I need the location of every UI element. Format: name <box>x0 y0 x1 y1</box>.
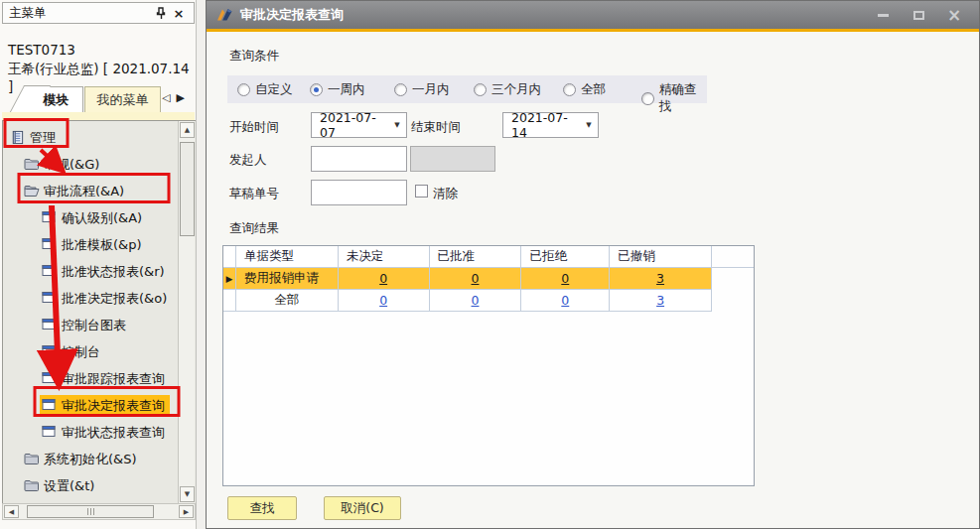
folder-icon <box>24 157 40 172</box>
clear-checkbox[interactable] <box>415 185 428 198</box>
pin-icon[interactable] <box>152 5 170 21</box>
folder-open-icon <box>24 184 40 198</box>
form-icon <box>42 318 58 332</box>
tab-my-menu[interactable]: 我的菜单 <box>84 86 161 112</box>
row-selector-header <box>223 246 236 268</box>
column-header-doc-type[interactable]: 单据类型 <box>236 246 339 268</box>
column-header-withdrawn[interactable]: 已撤销 <box>610 246 712 268</box>
main-menu-panel: 主菜单 × TEST0713 王希(行业总监) [ 2021.07.14 ] 模… <box>0 0 197 529</box>
scroll-right-icon[interactable]: ▶ <box>179 505 194 518</box>
draft-number-input[interactable] <box>311 180 407 205</box>
tree-item-approval-status-report-query[interactable]: 审批状态报表查询 <box>3 419 178 446</box>
radio-icon <box>474 83 487 96</box>
initiator-name-field <box>410 146 495 172</box>
doc-type-cell: 全部 <box>236 290 339 312</box>
radio-custom[interactable]: 自定义 <box>237 81 293 98</box>
column-header-approved[interactable]: 已批准 <box>430 246 522 268</box>
radio-all[interactable]: 全部 <box>563 81 606 98</box>
withdrawn-count-link[interactable]: 3 <box>656 293 664 308</box>
tree-item-console-chart[interactable]: 控制台图表 <box>3 312 178 338</box>
date-range-radio-group: 自定义 一周内 一月内 三个月内 全部 精确查找 <box>227 75 707 103</box>
vertical-scroll-thumb[interactable] <box>180 142 195 236</box>
tree-item-approval-decision-report-query[interactable]: 审批决定报表查询 <box>3 392 178 419</box>
close-button[interactable]: × <box>939 5 969 25</box>
tree-item-approval-status-report[interactable]: 批准状态报表(&r) <box>3 258 178 285</box>
tree-item-console[interactable]: 控制台 <box>3 338 178 365</box>
chevron-down-icon: ▼ <box>580 121 598 129</box>
panel-close-icon[interactable]: × <box>170 5 188 21</box>
tree-item-approval-process[interactable]: 审批流程(&A) <box>3 178 178 204</box>
column-header-rejected[interactable]: 已拒绝 <box>521 246 610 268</box>
tree-item-approval-template[interactable]: 批准模板(&p) <box>3 231 178 258</box>
row-marker-icon[interactable]: ▶ <box>223 268 236 290</box>
radio-three-months[interactable]: 三个月内 <box>474 81 541 98</box>
form-icon <box>42 237 58 252</box>
tree-item-system-initialization[interactable]: 系统初始化(&S) <box>3 446 178 472</box>
minimize-button[interactable] <box>868 5 898 25</box>
row-selector-cell[interactable] <box>223 290 236 312</box>
tree-item-approval-decision-report[interactable]: 批准决定报表(&o) <box>3 285 178 312</box>
grid-header-row: 单据类型 未决定 已批准 已拒绝 已撤销 <box>223 246 712 268</box>
chevron-down-icon: ▼ <box>388 121 406 129</box>
tree-item-approval-tracking-report-query[interactable]: 审批跟踪报表查询 <box>3 365 178 392</box>
radio-one-month[interactable]: 一月内 <box>394 81 450 98</box>
tree-item-general[interactable]: 常规(&G) <box>3 151 178 178</box>
user-code: TEST0713 <box>8 42 75 58</box>
tree-horizontal-scrollbar[interactable]: ◀ ▶ <box>2 503 196 520</box>
tab-strip <box>2 112 195 120</box>
module-tree: 管理 常规(&G) 审批流程(&A) 确认级别(&A) 批准模板(&p) 批准状… <box>2 120 196 503</box>
tab-modules[interactable]: 模块 <box>30 86 83 112</box>
table-row[interactable]: 全部 0 0 0 3 <box>223 290 712 312</box>
maximize-button[interactable] <box>904 5 933 25</box>
tree-item-settings[interactable]: 设置(&t) <box>3 472 178 499</box>
ledger-icon <box>10 130 26 145</box>
form-icon <box>42 344 58 359</box>
radio-icon <box>310 83 323 96</box>
tab-scroll-arrows[interactable]: ◁▶ <box>162 91 191 104</box>
end-time-label: 结束时间 <box>411 119 461 136</box>
end-time-select[interactable]: 2021-07-14 ▼ <box>502 112 599 138</box>
folder-icon <box>24 478 40 493</box>
scroll-up-icon[interactable]: ▲ <box>180 122 195 138</box>
window-title: 审批决定报表查询 <box>240 6 862 24</box>
find-button[interactable]: 查找 <box>227 496 297 520</box>
radio-icon <box>641 92 654 105</box>
window-titlebar[interactable]: 审批决定报表查询 × <box>207 1 979 29</box>
approved-count-link[interactable]: 0 <box>472 271 480 286</box>
rejected-count-link[interactable]: 0 <box>561 271 569 286</box>
main-menu-title: 主菜单 <box>9 5 152 22</box>
scroll-left-icon[interactable]: ◀ <box>4 505 19 518</box>
initiator-input[interactable] <box>311 146 407 172</box>
initiator-label: 发起人 <box>229 152 267 169</box>
form-icon <box>42 264 58 279</box>
radio-one-week[interactable]: 一周内 <box>310 81 365 98</box>
cancel-button[interactable]: 取消(C) <box>324 496 401 520</box>
withdrawn-count-link[interactable]: 3 <box>656 271 664 286</box>
query-results-label: 查询结果 <box>229 220 279 237</box>
folder-icon <box>24 452 40 466</box>
rejected-count-link[interactable]: 0 <box>561 293 569 308</box>
horizontal-scroll-thumb[interactable] <box>27 505 154 518</box>
tree-vertical-scrollbar[interactable]: ▲ ▼ <box>178 121 195 503</box>
scroll-down-icon[interactable]: ▼ <box>180 486 195 502</box>
radio-exact-search[interactable]: 精确查找 <box>641 81 707 115</box>
prev-tab-icon: ◁ <box>162 91 176 104</box>
accent-line <box>207 29 979 32</box>
main-menu-titlebar: 主菜单 × <box>2 2 195 24</box>
approval-decision-report-query-window: 审批决定报表查询 × 查询条件 自定义 一周内 一月内 三个月内 全部 精确查找… <box>206 0 980 529</box>
tree-item-confirmation-level[interactable]: 确认级别(&A) <box>3 204 178 231</box>
approved-count-link[interactable]: 0 <box>472 293 480 308</box>
table-row[interactable]: ▶ 费用报销申请 0 0 0 3 <box>223 268 712 290</box>
app-logo-icon <box>216 7 233 24</box>
start-time-select[interactable]: 2021-07-07 ▼ <box>311 112 407 138</box>
undecided-count-link[interactable]: 0 <box>379 271 387 286</box>
form-icon <box>42 398 58 413</box>
tree-item-administration[interactable]: 管理 <box>3 124 178 151</box>
radio-icon <box>563 83 576 96</box>
undecided-count-link[interactable]: 0 <box>379 293 387 308</box>
column-header-undecided[interactable]: 未决定 <box>339 246 430 268</box>
radio-icon <box>394 83 407 96</box>
minimize-icon <box>878 14 889 17</box>
form-icon <box>42 291 58 306</box>
results-grid: 单据类型 未决定 已批准 已拒绝 已撤销 ▶ 费用报销申请 0 0 0 3 全部… <box>222 245 755 486</box>
